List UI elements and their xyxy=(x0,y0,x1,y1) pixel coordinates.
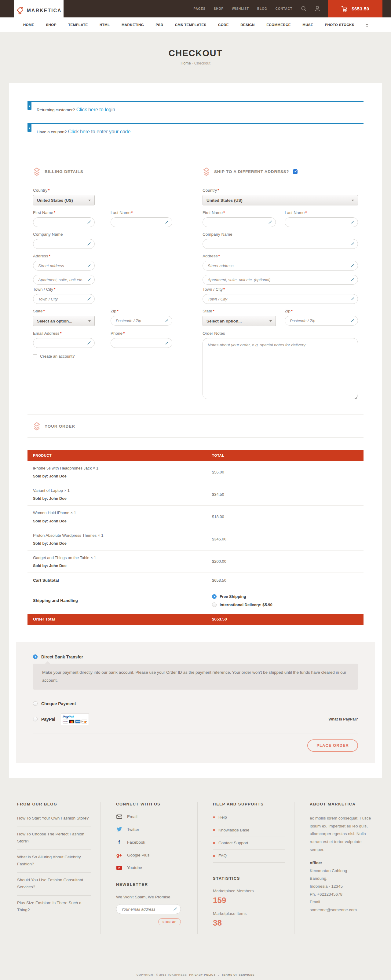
nav-home[interactable]: HOME xyxy=(23,23,34,27)
social-facebook-link[interactable]: f Facebook xyxy=(116,840,188,845)
billing-address2-input[interactable] xyxy=(33,275,95,285)
shipping-address2-input[interactable] xyxy=(202,275,358,285)
sold-by: Sold by: John Doe xyxy=(27,519,207,523)
notice-text: Have a coupon? xyxy=(37,130,67,134)
discover-card-icon: DISCOVER xyxy=(81,719,87,724)
help-link[interactable]: Help xyxy=(213,815,285,824)
brand-logo[interactable]: MARKETICA xyxy=(14,0,64,21)
coupon-link[interactable]: Click here to enter your code xyxy=(68,129,131,134)
shipping-option-free: Free Shipping xyxy=(207,592,364,601)
bank-transfer-description: Make your payment directly into our bank… xyxy=(33,663,358,690)
signup-button[interactable]: SIGN UP xyxy=(158,918,181,925)
nav-shop[interactable]: SHOP xyxy=(46,23,57,27)
shipping-country-select[interactable]: United States (US) xyxy=(202,195,358,205)
breadcrumb-home[interactable]: Home xyxy=(181,61,191,65)
nav-marketing[interactable]: MARKETING xyxy=(122,23,144,27)
nav-ecommerce[interactable]: ECOMMERCE xyxy=(266,23,291,27)
search-icon[interactable] xyxy=(301,6,307,12)
top-nav-contact[interactable]: CONTACT xyxy=(275,7,292,10)
product-name[interactable]: Women Hold iPhone × 1 xyxy=(27,510,207,515)
shipping-last-name-input[interactable] xyxy=(285,217,358,227)
blog-link[interactable]: Plus Size Fashion: Is There Such a Thing… xyxy=(17,896,91,918)
top-nav-blog[interactable]: BLOG xyxy=(257,7,267,10)
billing-first-name-input[interactable] xyxy=(33,217,95,227)
product-name[interactable]: Proton Absolute Wordpress Themes × 1 xyxy=(27,533,207,538)
place-order-button[interactable]: PLACE ORDER xyxy=(307,740,358,752)
shipping-state-select[interactable]: Select an option... xyxy=(202,316,276,326)
billing-last-name-input[interactable] xyxy=(111,217,172,227)
social-youtube-link[interactable]: Youtube xyxy=(116,865,188,870)
order-item-row: Gadget and Things on the Table × 1 Sold … xyxy=(27,550,364,573)
shipping-company-label: Company Name xyxy=(202,232,358,237)
cheque-radio[interactable] xyxy=(33,701,38,706)
tag-logo-icon xyxy=(16,6,24,15)
contact-support-link[interactable]: Contact Support xyxy=(213,837,285,850)
product-name[interactable]: iPhone 5s with Headphones Jack × 1 xyxy=(27,466,207,471)
billing-phone-input[interactable] xyxy=(111,338,172,348)
cart-button[interactable]: $653.50 xyxy=(328,0,383,18)
billing-country-select[interactable]: United States (US) xyxy=(33,195,95,205)
social-email-link[interactable]: Email xyxy=(116,815,188,819)
bank-transfer-radio[interactable] xyxy=(33,654,38,659)
chevron-double-down-icon[interactable] xyxy=(365,23,369,29)
terms-link[interactable]: TERMS OF SERVICES xyxy=(221,973,254,976)
shipping-company-input[interactable] xyxy=(202,239,358,249)
billing-state-select[interactable]: Select an option... xyxy=(33,316,95,326)
blog-link[interactable]: Should You Use Fashion Consultant Servic… xyxy=(17,873,91,896)
shipping-address1-input[interactable] xyxy=(202,261,358,270)
pen-icon xyxy=(87,278,91,282)
nav-code[interactable]: CODE xyxy=(218,23,229,27)
newsletter-text: We Won't Spam, We Promise xyxy=(116,895,188,899)
shipping-zip-input[interactable] xyxy=(285,316,358,326)
cheque-label: Cheque Payment xyxy=(41,701,76,706)
nav-psd[interactable]: PSD xyxy=(156,23,164,27)
newsletter-email-input[interactable] xyxy=(116,904,181,914)
international-delivery-radio[interactable] xyxy=(212,603,216,607)
nav-design[interactable]: DESIGN xyxy=(240,23,255,27)
blog-link[interactable]: How To Choose The Perfect Fashion Store? xyxy=(17,827,91,850)
shipping-city-input[interactable] xyxy=(202,294,358,304)
what-is-paypal-link[interactable]: What is PayPal? xyxy=(328,717,358,721)
faq-link[interactable]: FAQ xyxy=(213,850,285,862)
shipping-first-name-input[interactable] xyxy=(202,217,276,227)
create-account-checkbox[interactable] xyxy=(33,354,37,358)
site-footer: FROM OUR BLOG How To Start Your Own Fash… xyxy=(0,778,391,969)
top-nav-pages[interactable]: PAGES xyxy=(194,7,206,10)
knowledge-base-link[interactable]: Knowladge Base xyxy=(213,824,285,837)
billing-zip-input[interactable] xyxy=(111,316,172,326)
blog-link[interactable]: How To Start Your Own Fashion Store? xyxy=(17,815,91,827)
privacy-policy-link[interactable]: PRIVACY POLICY xyxy=(189,973,216,976)
ship-different-checkbox[interactable] xyxy=(293,169,297,174)
nav-template[interactable]: TEMPLATE xyxy=(68,23,87,27)
paypal-cards-image[interactable]: PayPal VISA AMEX DISCOVER xyxy=(61,713,89,725)
product-name[interactable]: Gadget and Things on the Table × 1 xyxy=(27,555,207,561)
order-notes-label: Order Notes xyxy=(202,331,358,336)
amex-card-icon: AMEX xyxy=(75,719,81,724)
nav-muse[interactable]: MUSE xyxy=(302,23,313,27)
social-googleplus-link[interactable]: g+ Google Plus xyxy=(116,853,188,858)
billing-city-input[interactable] xyxy=(33,294,95,304)
checkout-forms: BILLING DETAILS Country* United States (… xyxy=(33,167,364,405)
billing-company-input[interactable] xyxy=(33,239,95,249)
billing-email-input[interactable] xyxy=(33,338,95,348)
nav-photo-stocks[interactable]: PHOTO STOCKS xyxy=(325,23,354,27)
blog-link[interactable]: What is So Alluring About Celebrity Fash… xyxy=(17,850,91,873)
product-name[interactable]: Variant of Laptop × 1 xyxy=(27,488,207,493)
top-nav-shop[interactable]: SHOP xyxy=(214,7,224,10)
order-notes-textarea[interactable] xyxy=(202,338,358,399)
nav-html[interactable]: HTML xyxy=(100,23,110,27)
free-shipping-radio[interactable] xyxy=(212,594,216,599)
login-link[interactable]: Click here to login xyxy=(76,107,115,112)
office-line: Bandung. xyxy=(310,876,327,881)
billing-address1-input[interactable] xyxy=(33,261,95,270)
social-twitter-link[interactable]: Twitter xyxy=(116,827,188,832)
bullet-icon xyxy=(213,816,215,818)
top-nav-wishlist[interactable]: WISHLIST xyxy=(232,7,249,10)
order-table-header: PRODUCT TOTAL xyxy=(27,450,364,461)
link-separator: . xyxy=(218,973,219,976)
nav-cms-templates[interactable]: CMS TEMPLATES xyxy=(175,23,207,27)
user-account-icon[interactable] xyxy=(315,6,320,12)
paypal-radio[interactable] xyxy=(33,717,38,721)
paypal-logo: PayPal xyxy=(63,715,87,719)
checkout-card: i Returning customer? Click here to logi… xyxy=(9,83,382,778)
